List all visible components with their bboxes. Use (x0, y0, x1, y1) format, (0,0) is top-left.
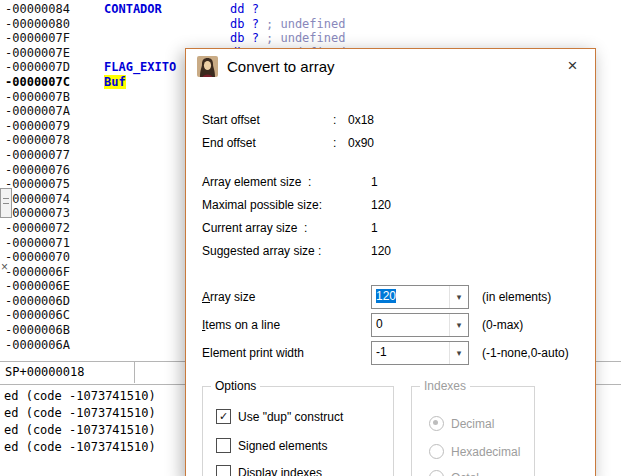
radio-icon (429, 416, 444, 431)
stack-comment: ; undefined (266, 31, 345, 45)
stack-address: -00000077 (5, 148, 70, 162)
value-text: 0 (376, 317, 383, 331)
label-text: Element print width (202, 346, 304, 360)
stack-address: -00000084 (5, 2, 70, 16)
chevron-down-icon[interactable]: ▾ (449, 286, 468, 308)
stack-row[interactable]: -00000080 db ? ; undefined (0, 17, 621, 32)
stack-address: -0000006F (5, 265, 70, 279)
stack-address: -00000075 (5, 177, 70, 191)
array-size-hint: (in elements) (482, 290, 551, 304)
element-print-width-label: Element print width (202, 346, 304, 360)
stack-var-name: FLAG_EXITO (104, 60, 176, 74)
label-text: tems on a line (205, 318, 280, 332)
ida-workspace: -00000084 CONTADOR dd ? -00000080 db ? ;… (0, 0, 621, 476)
checkbox-display-indexes[interactable]: Display indexes (216, 465, 322, 476)
element-print-width-combobox[interactable]: -1 ▾ (371, 341, 469, 365)
checkbox-icon (216, 465, 231, 476)
stack-address: -00000078 (5, 133, 70, 147)
stack-address: -0000007F (5, 31, 70, 45)
dialog-titlebar[interactable]: Convert to array × (186, 49, 595, 85)
label-text: rray size (210, 290, 255, 304)
radio-octal[interactable]: Octal (429, 470, 479, 476)
radio-label: Octal (451, 471, 479, 476)
stack-row[interactable]: -0000007F db ? ; undefined (0, 31, 621, 46)
combobox-value: -1 (373, 343, 449, 363)
chevron-down-icon[interactable]: ▾ (449, 342, 468, 364)
options-group-title: Options (211, 379, 260, 393)
selected-text: 120 (376, 289, 396, 303)
stack-address: -0000007C (5, 75, 70, 89)
current-array-size-value: 1 (371, 221, 378, 235)
stack-address: -0000006B (5, 323, 70, 337)
maximal-possible-size-label: Maximal possible size: (202, 198, 322, 212)
stack-address: -0000006D (5, 294, 70, 308)
stack-address: -00000079 (5, 119, 70, 133)
stack-address: -0000007D (5, 60, 70, 74)
panel-close-icon[interactable]: × (1, 260, 8, 274)
mnemonic: A (202, 290, 210, 304)
suggested-array-size-value: 120 (371, 244, 391, 258)
start-offset-label: Start offset (202, 113, 260, 127)
checkbox-icon (216, 438, 231, 453)
checkbox-use-dup-construct[interactable]: ✓ Use "dup" construct (216, 409, 343, 424)
stack-address: -00000072 (5, 221, 70, 235)
check-icon: ✓ (219, 410, 228, 423)
radio-hexadecimal[interactable]: Hexadecimal (429, 444, 520, 459)
stack-address: -00000080 (5, 17, 70, 31)
start-offset-colon: : (333, 113, 336, 127)
stack-definition: db ? (230, 31, 259, 45)
stack-definition: dd ? (230, 2, 259, 16)
checkbox-icon: ✓ (216, 409, 231, 424)
stack-address: -0000007E (5, 46, 70, 60)
stack-address: -0000007B (5, 90, 70, 104)
splitter-grip[interactable] (0, 188, 12, 218)
stack-var-name-highlighted: Buf (104, 75, 126, 89)
array-element-size-value: 1 (371, 175, 378, 189)
maximal-possible-size-value: 120 (371, 198, 391, 212)
close-button[interactable]: × (550, 49, 595, 82)
dialog-title: Convert to array (227, 49, 335, 85)
start-offset-value: 0x18 (348, 113, 374, 127)
stack-address: -0000006C (5, 308, 70, 322)
radio-label: Hexadecimal (451, 445, 520, 459)
radio-icon (429, 444, 444, 459)
value-text: -1 (376, 345, 387, 359)
end-offset-label: End offset (202, 136, 256, 150)
options-groupbox: Options (202, 386, 394, 476)
stack-address: -00000070 (5, 250, 70, 264)
element-print-width-hint: (-1-none,0-auto) (482, 346, 569, 360)
stack-address: -0000006A (5, 338, 70, 352)
checkbox-label: Signed elements (238, 439, 327, 453)
checkbox-label: Use "dup" construct (238, 410, 343, 424)
items-per-line-hint: (0-max) (482, 318, 523, 332)
items-per-line-label: Items on a line (202, 318, 280, 332)
stack-address: -00000071 (5, 236, 70, 250)
checkbox-signed-elements[interactable]: Signed elements (216, 438, 327, 453)
stack-address: -0000007A (5, 104, 70, 118)
checkbox-label: Display indexes (238, 466, 322, 476)
indexes-groupbox: Indexes (411, 386, 535, 476)
indexes-group-title: Indexes (420, 379, 470, 393)
chevron-down-icon[interactable]: ▾ (449, 314, 468, 336)
combobox-value: 120 (373, 287, 449, 307)
stack-address: -00000073 (5, 206, 70, 220)
stack-comment: ; undefined (266, 17, 345, 31)
ida-portrait-icon (197, 56, 218, 77)
array-element-size-label: Array element size : (202, 175, 311, 189)
stack-address: -00000074 (5, 192, 70, 206)
end-offset-value: 0x90 (348, 136, 374, 150)
radio-icon (429, 470, 444, 476)
current-array-size-label: Current array size : (202, 221, 307, 235)
stack-var-name: CONTADOR (104, 2, 162, 16)
stack-pointer-label: SP+00000018 (0, 362, 135, 383)
combobox-value: 0 (373, 315, 449, 335)
suggested-array-size-label: Suggested array size : (202, 244, 321, 258)
items-per-line-combobox[interactable]: 0 ▾ (371, 313, 469, 337)
array-size-combobox[interactable]: 120 ▾ (371, 285, 469, 309)
stack-row[interactable]: -00000084 CONTADOR dd ? (0, 2, 621, 17)
array-size-label: Array size (202, 290, 255, 304)
radio-label: Decimal (451, 417, 494, 431)
radio-decimal[interactable]: Decimal (429, 416, 494, 431)
stack-address: -00000076 (5, 163, 70, 177)
stack-definition: db ? (230, 17, 259, 31)
